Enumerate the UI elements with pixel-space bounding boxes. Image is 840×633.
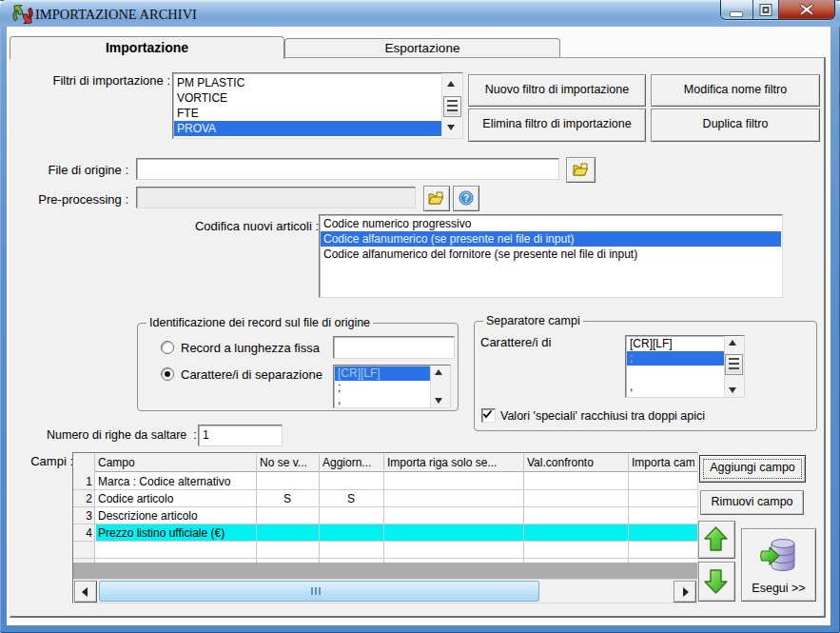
svg-text:?: ?: [463, 193, 469, 204]
